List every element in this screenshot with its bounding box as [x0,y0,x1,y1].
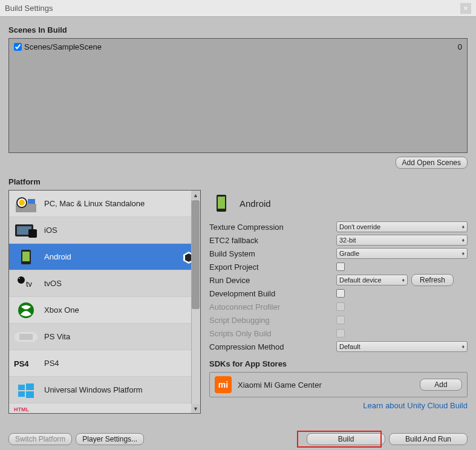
platform-item-label: PS4 [44,359,59,368]
autoconnect-profiler-checkbox [336,302,345,311]
platform-item-label: PS Vita [44,332,70,341]
chevron-updown-icon: ♦ [461,344,465,350]
platform-item-uwp[interactable]: Universal Windows Platform [9,377,200,403]
android-icon [14,248,38,266]
development-build-label: Development Build [209,289,336,298]
svg-rect-4 [28,199,35,204]
build-system-label: Build System [209,249,336,258]
close-button[interactable]: × [460,3,471,14]
refresh-button[interactable]: Refresh [411,274,454,286]
build-and-run-button[interactable]: Build And Run [389,433,468,445]
build-button[interactable]: Build [307,433,385,445]
svg-rect-18 [26,383,34,390]
sdk-row: mi Xiaomi Mi Game Center Add [209,372,468,397]
xiaomi-icon: mi [215,376,232,393]
player-settings-button[interactable]: Player Settings... [76,433,144,445]
windows-icon [14,381,38,399]
chevron-updown-icon: ♦ [461,250,465,256]
scenes-list[interactable]: Scenes/SampleScene 0 [8,38,468,153]
svg-rect-9 [22,252,30,261]
cloud-build-link[interactable]: Learn about Unity Cloud Build [209,401,468,410]
platform-item-label: Xbox One [44,305,79,315]
svg-rect-19 [18,391,25,397]
scripts-only-label: Scripts Only Build [209,329,336,338]
scenes-label: Scenes In Build [8,25,468,34]
selected-platform-title: Android [240,198,271,209]
platform-item-label: iOS [44,226,57,235]
platform-list[interactable]: PC, Mac & Linux Standalone iOS Android [8,190,201,414]
svg-rect-7 [28,229,37,238]
script-debugging-checkbox [336,316,345,324]
export-project-checkbox[interactable] [336,262,345,271]
texture-compression-label: Texture Compression [209,223,336,232]
platform-item-ios[interactable]: iOS [9,217,200,244]
sdk-add-button[interactable]: Add [420,379,462,391]
platform-item-label: tvOS [44,279,62,288]
scene-name: Scenes/SampleScene [24,42,102,51]
ios-icon [14,221,38,240]
ps4-icon: PS4 [14,354,38,373]
scene-row[interactable]: Scenes/SampleScene 0 [11,41,465,53]
svg-rect-17 [18,385,25,390]
export-project-label: Export Project [209,262,336,272]
platform-settings-pane: Android Texture Compression Don't overri… [209,190,468,414]
psvita-icon [14,328,38,346]
standalone-icon [14,195,38,213]
svg-rect-20 [26,391,34,398]
svg-rect-22 [218,197,225,209]
texture-compression-dropdown[interactable]: Don't override♦ [336,221,468,232]
platform-item-ps4[interactable]: PS4 PS4 [9,350,200,377]
platform-item-android[interactable]: Android [9,244,200,270]
etc2-fallback-dropdown[interactable]: 32-bit♦ [336,235,468,246]
platform-item-label: Android [44,252,71,261]
platform-item-label: PC, Mac & Linux Standalone [44,199,145,208]
svg-text:tv: tv [26,279,33,289]
chevron-updown-icon: ♦ [461,237,465,243]
add-open-scenes-button[interactable]: Add Open Scenes [396,157,468,169]
sdk-label: SDKs for App Stores [209,359,468,368]
run-device-label: Run Device [209,276,336,285]
platform-item-tvos[interactable]: tv tvOS [9,270,200,297]
svg-text:PS4: PS4 [14,359,29,368]
platform-item-psvita[interactable]: PS Vita [9,324,200,350]
titlebar: Build Settings × [0,0,476,17]
switch-platform-button[interactable]: Switch Platform [8,433,72,445]
build-settings-window: Build Settings × Scenes In Build Scenes/… [0,0,476,450]
build-system-dropdown[interactable]: Gradle♦ [336,248,468,259]
script-debugging-label: Script Debugging [209,316,336,325]
xbox-icon [14,301,38,319]
platform-label: Platform [8,177,468,186]
svg-point-3 [19,200,25,206]
scripts-only-checkbox [336,329,345,338]
sdk-name: Xiaomi Mi Game Center [238,380,322,390]
tvos-icon: tv [14,275,38,293]
scene-index: 0 [458,42,465,51]
close-icon: × [463,4,468,13]
scroll-thumb[interactable] [192,200,200,309]
scrollbar[interactable]: ▲ ▼ [191,191,200,413]
platform-item-standalone[interactable]: PC, Mac & Linux Standalone [9,191,200,217]
development-build-checkbox[interactable] [336,289,345,298]
platform-item-label: Universal Windows Platform [44,385,143,394]
compression-method-dropdown[interactable]: Default♦ [336,341,468,352]
svg-rect-15 [19,334,33,340]
footer: Switch Platform Player Settings... Build… [8,433,468,445]
chevron-updown-icon: ♦ [402,277,405,283]
chevron-updown-icon: ♦ [461,224,465,230]
scroll-up-icon[interactable]: ▲ [191,191,200,200]
etc2-fallback-label: ETC2 fallback [209,236,336,245]
android-icon [209,194,233,212]
platform-item-xboxone[interactable]: Xbox One [9,297,200,324]
scene-checkbox[interactable] [14,43,22,51]
compression-method-label: Compression Method [209,342,336,351]
platform-item-html[interactable]: HTML [9,403,200,414]
run-device-dropdown[interactable]: Default device♦ [336,275,408,285]
platform-item-label: HTML [14,406,29,412]
window-title: Build Settings [5,4,53,13]
scroll-down-icon[interactable]: ▼ [191,404,200,413]
autoconnect-profiler-label: Autoconnect Profiler [209,302,336,311]
